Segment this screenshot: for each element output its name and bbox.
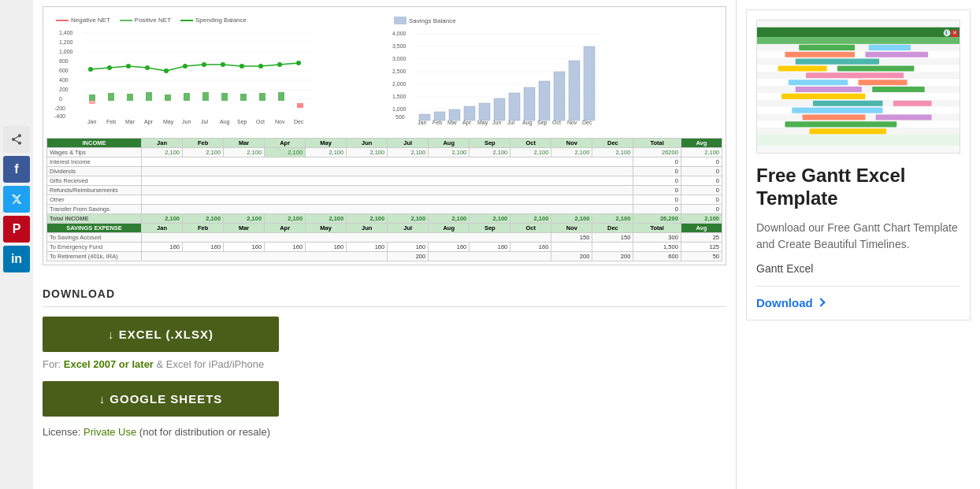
sav-jan: Jan xyxy=(142,224,183,233)
wages-total: 26200 xyxy=(633,148,681,157)
sav-jul: Jul xyxy=(388,224,429,233)
wages-sep: 2,100 xyxy=(470,148,510,157)
svg-text:Apr: Apr xyxy=(462,120,472,126)
total-income-may: 2,100 xyxy=(306,214,347,224)
svg-text:Jan: Jan xyxy=(418,120,426,125)
interest-avg: 0 xyxy=(681,157,722,167)
month-oct: Oct xyxy=(510,139,551,148)
ad-divider xyxy=(756,286,960,287)
month-dec: Dec xyxy=(592,139,633,148)
legend-negative: Negative NET xyxy=(56,17,110,24)
chevron-right-icon xyxy=(816,298,825,306)
total-income-sep: 2,100 xyxy=(470,214,510,224)
svg-rect-38 xyxy=(240,94,247,101)
format-note-prefix: For: xyxy=(43,358,64,370)
ret-dec: 200 xyxy=(592,252,633,261)
svg-text:Oct: Oct xyxy=(256,119,265,124)
sav-oct: Oct xyxy=(510,224,551,233)
emg-sep: 160 xyxy=(470,243,510,252)
emg-jan: 160 xyxy=(142,243,183,252)
svg-text:Jul: Jul xyxy=(201,119,208,124)
dividends-label: Dividends xyxy=(47,167,142,176)
svg-text:Jan: Jan xyxy=(87,119,96,124)
savings-account-label: To Savings Account xyxy=(47,233,142,243)
svg-text:Apr: Apr xyxy=(144,119,154,125)
total-income-aug: 2,100 xyxy=(429,214,470,224)
svg-rect-129 xyxy=(757,135,960,146)
month-jul: Jul xyxy=(388,139,429,148)
facebook-button[interactable]: f xyxy=(3,156,30,183)
svg-text:Aug: Aug xyxy=(522,120,533,126)
wages-mar: 2,100 xyxy=(224,148,265,157)
retirement-label: To Retirement (401k, IRA) xyxy=(47,252,142,261)
svg-text:1,000: 1,000 xyxy=(392,106,406,112)
svg-rect-72 xyxy=(449,109,460,120)
other-avg: 0 xyxy=(681,195,722,205)
svg-text:Mar: Mar xyxy=(125,119,135,124)
svg-text:Sep: Sep xyxy=(237,119,247,125)
savings-header: SAVINGS EXPENSE xyxy=(47,224,142,233)
license-link[interactable]: Private Use xyxy=(84,426,136,438)
sav-may: May xyxy=(306,224,347,233)
svg-point-19 xyxy=(107,65,112,70)
emg-total: 1,500 xyxy=(633,243,681,252)
svg-rect-42 xyxy=(89,101,95,104)
ret-jul: 200 xyxy=(388,252,429,261)
svg-rect-111 xyxy=(859,80,908,85)
pinterest-button[interactable]: P xyxy=(3,216,30,243)
download-title: DOWNLOAD xyxy=(43,287,726,307)
month-nov: Nov xyxy=(551,139,592,148)
svg-rect-126 xyxy=(785,121,896,127)
svg-rect-108 xyxy=(806,72,904,78)
month-sep: Sep xyxy=(470,139,510,148)
svg-point-20 xyxy=(126,64,131,69)
bar-chart-container: Savings Balance 4,000 3,500 3,000 2,500 … xyxy=(384,13,722,135)
share-button[interactable] xyxy=(3,126,30,153)
twitter-button[interactable] xyxy=(3,186,30,213)
svg-text:Dec: Dec xyxy=(582,120,592,125)
svg-rect-39 xyxy=(259,93,265,101)
gifts-avg: 0 xyxy=(681,176,722,186)
line-chart-svg: 1,400 1,200 1,000 800 600 400 200 0 -200… xyxy=(53,25,321,128)
emg-may: 160 xyxy=(306,243,347,252)
month-mar: Mar xyxy=(224,139,265,148)
wages-nov: 2,100 xyxy=(551,148,592,157)
ad-title: Free Gantt Excel Template xyxy=(756,165,960,210)
license-text: License: Private Use (not for distributi… xyxy=(43,426,726,438)
svg-rect-97 xyxy=(799,45,855,50)
svg-text:Nov: Nov xyxy=(275,119,285,124)
emg-avg: 125 xyxy=(681,243,722,252)
emg-jul: 160 xyxy=(388,243,429,252)
svg-rect-31 xyxy=(108,93,114,101)
license-prefix: License: xyxy=(43,426,84,438)
svg-rect-113 xyxy=(796,87,862,92)
ret-avg: 50 xyxy=(681,252,722,261)
spreadsheet-preview: Negative NET Positive NET Spending Balan… xyxy=(43,6,726,265)
sav-acc-avg: 25 xyxy=(681,233,722,243)
svg-text:Nov: Nov xyxy=(567,120,577,125)
charts-row: Negative NET Positive NET Spending Balan… xyxy=(46,10,722,138)
svg-text:800: 800 xyxy=(59,58,69,64)
other-income-label: Other xyxy=(47,195,142,205)
svg-rect-105 xyxy=(778,65,827,71)
svg-point-24 xyxy=(202,62,206,67)
total-income-nov: 2,100 xyxy=(551,214,592,224)
emergency-label: To Emergency Fund xyxy=(47,243,142,252)
sav-dec: Dec xyxy=(592,224,633,233)
linkedin-button[interactable]: in xyxy=(3,246,30,272)
wages-may: 2,100 xyxy=(306,148,347,157)
google-sheets-download-button[interactable]: ↓ GOOGLE SHEETS xyxy=(43,381,279,417)
svg-text:2,500: 2,500 xyxy=(392,69,406,74)
excel-download-button[interactable]: ↓ EXCEL (.XLSX) xyxy=(43,317,279,352)
dividends-avg: 0 xyxy=(681,167,722,176)
svg-point-18 xyxy=(88,67,93,72)
ad-download-button[interactable]: Download xyxy=(756,296,824,309)
svg-point-23 xyxy=(183,64,187,69)
interest-total: 0 xyxy=(633,157,681,167)
svg-text:Aug: Aug xyxy=(220,119,230,125)
total-income-label: Total INCOME xyxy=(47,214,142,224)
svg-point-21 xyxy=(145,65,150,70)
ret-nov: 200 xyxy=(551,252,592,261)
svg-text:May: May xyxy=(163,119,174,125)
total-income-jun: 2,100 xyxy=(347,214,388,224)
